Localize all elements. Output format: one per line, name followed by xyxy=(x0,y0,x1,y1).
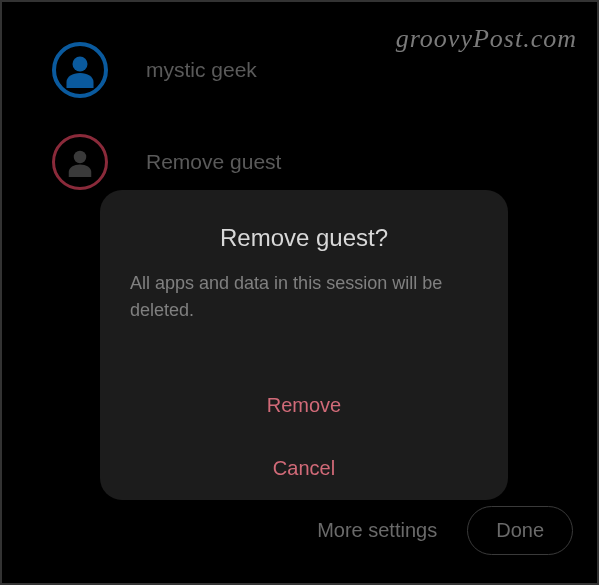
svg-point-1 xyxy=(74,151,87,164)
user-row[interactable]: Remove guest xyxy=(52,134,597,190)
dialog-title: Remove guest? xyxy=(130,224,478,252)
watermark-text: groovyPost.com xyxy=(396,24,577,54)
person-icon xyxy=(65,147,95,177)
bottom-bar: More settings Done xyxy=(317,506,573,555)
confirm-dialog: Remove guest? All apps and data in this … xyxy=(100,190,508,500)
avatar xyxy=(52,134,108,190)
cancel-button[interactable]: Cancel xyxy=(130,437,478,500)
svg-point-0 xyxy=(73,57,88,72)
person-icon xyxy=(62,52,98,88)
remove-guest-label: Remove guest xyxy=(146,150,281,174)
done-button[interactable]: Done xyxy=(467,506,573,555)
remove-button[interactable]: Remove xyxy=(130,374,478,437)
user-label: mystic geek xyxy=(146,58,257,82)
avatar xyxy=(52,42,108,98)
dialog-message: All apps and data in this session will b… xyxy=(130,270,478,324)
more-settings-button[interactable]: More settings xyxy=(317,519,437,542)
